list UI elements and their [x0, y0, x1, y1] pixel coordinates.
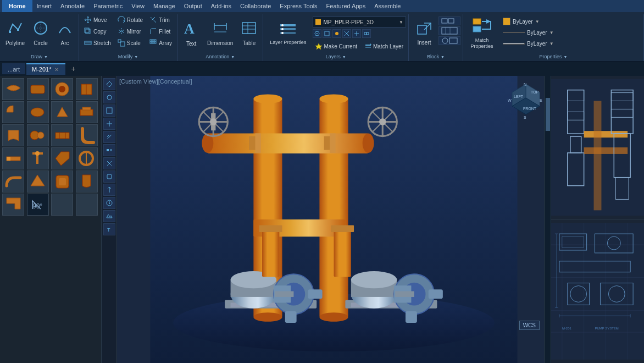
layer-icons-row [313, 29, 406, 38]
layer-icon-3[interactable] [332, 29, 341, 38]
block-icon-1[interactable] [438, 16, 460, 25]
layer-icon-5[interactable] [352, 29, 361, 38]
list-item[interactable] [27, 147, 49, 169]
tool-btn-9[interactable] [103, 184, 115, 196]
list-item[interactable] [76, 170, 98, 193]
menu-view[interactable]: View [127, 2, 149, 10]
menu-express-tools[interactable]: Express Tools [275, 2, 321, 10]
rotate-button[interactable]: Rotate [115, 14, 146, 25]
list-item[interactable] [51, 147, 73, 169]
tool-btn-5[interactable] [103, 131, 115, 143]
list-item[interactable] [2, 170, 24, 193]
list-item[interactable] [51, 124, 73, 146]
layer-icon-1[interactable] [313, 29, 321, 38]
arc-button[interactable]: Arc [53, 14, 76, 52]
move-button[interactable]: Move [81, 14, 114, 25]
tool-btn-1[interactable] [103, 78, 115, 90]
tab-m201-close[interactable]: ✕ [53, 66, 60, 73]
scroll-indicator[interactable] [544, 76, 551, 363]
list-item[interactable] [76, 147, 98, 169]
stretch-button[interactable]: Stretch [81, 37, 114, 48]
list-item[interactable] [2, 101, 24, 123]
ribbon-group-modify: Move Copy Stretch Rotate Mirro [79, 14, 177, 61]
menu-featured-apps[interactable]: Featured Apps [322, 2, 370, 10]
list-item[interactable] [27, 101, 49, 123]
new-tab-button[interactable]: + [66, 63, 80, 75]
list-item[interactable] [51, 194, 73, 216]
list-item[interactable] [76, 124, 98, 146]
navigation-cube[interactable]: TOP LEFT FRONT S N W E [507, 81, 545, 120]
list-item[interactable]: 90° [27, 194, 49, 216]
menu-manage[interactable]: Manage [149, 2, 180, 10]
list-item[interactable] [2, 194, 24, 216]
block-icon-2[interactable] [438, 26, 460, 35]
insert-button[interactable]: Insert [411, 14, 437, 52]
match-properties-button[interactable]: Match Properties [465, 14, 498, 52]
viewport-3d[interactable]: [Custom View][Conceptual] [117, 76, 551, 363]
list-item[interactable] [76, 194, 98, 216]
list-item[interactable] [2, 147, 24, 169]
annotation-group-label[interactable]: Annotation ▼ [206, 54, 235, 61]
menu-insert[interactable]: Insert [32, 2, 57, 10]
properties-group-label[interactable]: Properties ▼ [540, 54, 568, 61]
menu-parametric[interactable]: Parametric [89, 2, 127, 10]
tool-btn-6[interactable] [103, 144, 115, 156]
block-icon-3[interactable] [438, 36, 460, 45]
draw-group-label[interactable]: Draw ▼ [31, 54, 48, 61]
layer-icon-4[interactable] [342, 29, 351, 38]
tool-btn-12[interactable]: T [103, 223, 115, 235]
menu-addins[interactable]: Add-ins [207, 2, 236, 10]
tab-m201[interactable]: M-201* ✕ [26, 63, 65, 75]
block-group-label[interactable]: Block ▼ [427, 54, 445, 61]
menu-assemble[interactable]: Assemble [370, 2, 405, 10]
right-top-viewport[interactable] [551, 76, 644, 219]
svg-text:N: N [524, 82, 526, 86]
tool-btn-10[interactable] [103, 197, 115, 209]
home-tab[interactable]: Home [2, 0, 32, 12]
fillet-button[interactable]: Fillet [147, 26, 175, 37]
dimension-button[interactable]: Dimension [204, 14, 236, 52]
layer-icon-2[interactable] [323, 29, 331, 38]
layer-properties-button[interactable]: Layer Properties [265, 14, 310, 52]
list-item[interactable] [27, 170, 49, 193]
tool-btn-4[interactable] [103, 118, 115, 130]
list-item[interactable] [76, 78, 98, 100]
list-item[interactable] [2, 124, 24, 146]
polyline-button[interactable]: Polyline [2, 14, 28, 52]
trim-button[interactable]: Trim [147, 14, 175, 25]
layer-dropdown[interactable]: MP_HPLR-PIPE_3D ▼ [313, 16, 406, 28]
list-item[interactable] [51, 101, 73, 123]
match-layer-button[interactable]: Match Layer [362, 41, 406, 52]
list-item[interactable] [2, 78, 24, 100]
list-item[interactable] [27, 78, 49, 100]
tool-btn-8[interactable] [103, 170, 115, 183]
menu-annotate[interactable]: Annotate [56, 2, 89, 10]
array-button[interactable]: Array [147, 37, 175, 48]
tool-btn-2[interactable] [103, 91, 115, 103]
text-button[interactable]: A Text [180, 14, 203, 52]
mirror-button[interactable]: Mirror [115, 26, 146, 37]
list-item[interactable] [51, 170, 73, 193]
table-button[interactable]: Table [237, 14, 260, 52]
make-current-button[interactable]: Make Current [313, 41, 360, 52]
tool-btn-3[interactable] [103, 105, 115, 117]
match-layer-label: Match Layer [373, 43, 403, 50]
copy-button[interactable]: Copy [81, 26, 114, 37]
list-item[interactable] [76, 101, 98, 123]
list-item[interactable] [27, 124, 49, 146]
tab-art[interactable]: ...art [2, 63, 25, 74]
list-item[interactable] [51, 78, 73, 100]
menu-collaborate[interactable]: Collaborate [236, 2, 275, 10]
layer-icon-6[interactable] [362, 29, 371, 38]
tool-btn-11[interactable] [103, 210, 115, 222]
modify-group-label[interactable]: Modify ▼ [118, 54, 138, 61]
move-label: Move [93, 17, 107, 23]
menu-output[interactable]: Output [180, 2, 207, 10]
circle-button[interactable]: Circle [29, 14, 52, 52]
layers-group-label[interactable]: Layers ▼ [326, 54, 346, 61]
scroll-thumb[interactable] [546, 98, 550, 131]
tool-btn-7[interactable] [103, 157, 115, 169]
scale-button[interactable]: Scale [115, 37, 146, 48]
svg-rect-41 [364, 32, 367, 35]
right-bottom-viewport[interactable]: M-201 PUMP SYSTEM [551, 219, 644, 363]
